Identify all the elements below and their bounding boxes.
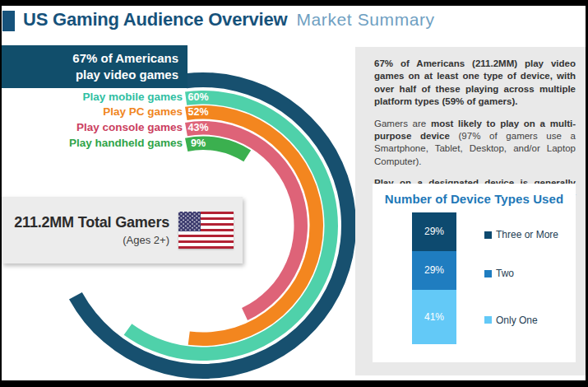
legend-item-only-one: Only One: [484, 315, 538, 326]
ring-label-2: Play PC games: [0, 105, 183, 119]
legend-label: Two: [496, 268, 514, 279]
header-accent-block: [2, 11, 15, 31]
total-gamers-ages: (Ages 2+): [14, 234, 169, 246]
headline-box: 67% of Americans play video games: [2, 45, 188, 88]
total-gamers-label: 211.2MM Total Gamers: [14, 214, 169, 231]
summary-panel: 67% of Americans (211.2MM) play video ga…: [355, 47, 586, 375]
us-flag-canton: [178, 212, 201, 231]
legend-label: Only One: [496, 315, 538, 326]
frame-left-border: [0, 0, 2, 387]
legend-swatch-icon: [484, 270, 492, 277]
legend-item-two: Two: [484, 268, 514, 279]
page-subtitle: Market Summary: [296, 10, 434, 30]
legend-label: Three or More: [496, 229, 558, 240]
ring-value-3: 43%: [186, 121, 211, 134]
legend-swatch-icon: [484, 316, 492, 324]
ring-value-1: 60%: [186, 91, 211, 104]
stacked-bar: 29%29%41%: [412, 212, 456, 344]
ring-label-3: Play console games: [0, 121, 183, 134]
device-chart-title: Number of Device Types Used: [373, 184, 576, 206]
page-title: US Gaming Audience Overview: [23, 9, 287, 30]
summary-paragraph-1: 67% of Americans (211.2MM) play video ga…: [374, 58, 576, 109]
us-flag-icon: [178, 212, 234, 249]
summary-paragraph-2: Gamers are most likely to play on a mult…: [374, 118, 576, 169]
legend-item-three-or-more: Three or More: [484, 229, 558, 240]
bar-segment-only-one: 41%: [412, 290, 456, 344]
device-types-card: Number of Device Types Used 29%29%41% Th…: [373, 184, 576, 362]
total-gamers-box: 211.2MM Total Gamers (Ages 2+): [2, 197, 243, 263]
slide: US Gaming Audience Overview Market Summa…: [0, 0, 588, 387]
frame-top-border: [0, 0, 588, 6]
p2-pre: Gamers are: [374, 119, 431, 128]
ring-value-2: 52%: [186, 105, 211, 119]
legend-swatch-icon: [484, 231, 492, 239]
bar-segment-three-or-more: 29%: [412, 212, 456, 251]
page-header: US Gaming Audience Overview Market Summa…: [23, 9, 435, 30]
ring-label-4: Play handheld games: [0, 137, 183, 150]
ring-value-4: 9%: [186, 137, 211, 150]
total-gamers-text: 211.2MM Total Gamers (Ages 2+): [14, 214, 169, 246]
bar-segment-two: 29%: [412, 251, 456, 290]
headline-text: 67% of Americans play video games: [55, 50, 178, 84]
ring-label-1: Play mobile games: [0, 91, 183, 104]
frame-bottom-border: [0, 380, 588, 387]
